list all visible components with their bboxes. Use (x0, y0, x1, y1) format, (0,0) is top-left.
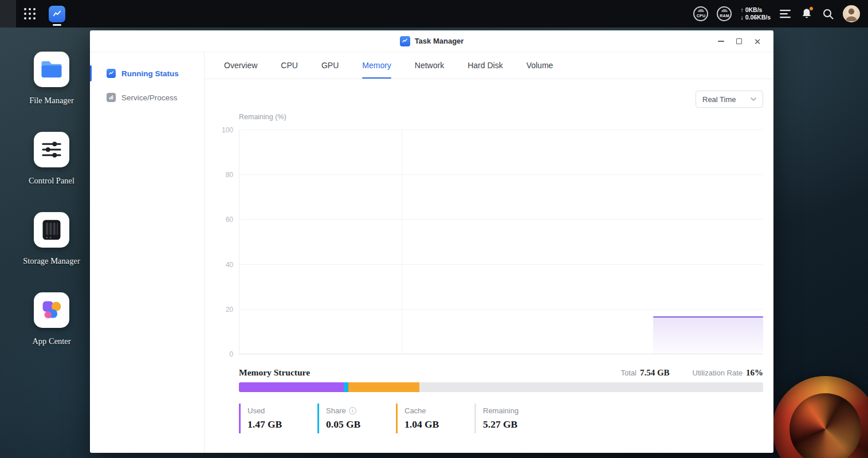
y-tick-label: 20 (216, 306, 233, 314)
window-titlebar: Task Manager ✕ (90, 30, 773, 52)
window-body: Running Status Service/Process Overview … (90, 52, 773, 453)
legend-label: Remaining (483, 407, 553, 414)
desktop-icon-label: App Center (32, 336, 70, 346)
bar-segment-cache (348, 382, 419, 392)
topbar-right-cluster: CPU RAM ↑ 0KB/s ↓ 0.06KB/s (693, 5, 868, 22)
notification-badge-dot (809, 6, 814, 11)
network-speed-indicator: ↑ 0KB/s ↓ 0.06KB/s (740, 6, 771, 21)
legend-label: Used (248, 407, 317, 414)
chart-gridline (239, 219, 763, 220)
apps-grid-icon[interactable] (16, 0, 44, 28)
desktop-icon-storage-manager[interactable]: Storage Manager (23, 212, 80, 292)
legend-value: 1.04 GB (404, 420, 474, 430)
active-sidebar-indicator (90, 65, 92, 81)
utilization-rate-value: 16% (746, 368, 763, 378)
sidebar-item-label: Running Status (121, 69, 179, 78)
cpu-gauge: CPU (693, 6, 708, 21)
tab-gpu[interactable]: GPU (321, 52, 339, 79)
legend-value: 5.27 GB (483, 420, 553, 430)
desktop-icon-app-center[interactable]: App Center (23, 292, 80, 373)
bar-segment-share (344, 382, 348, 392)
window-controls: ✕ (712, 30, 767, 52)
file-manager-icon (34, 52, 69, 87)
legend-item-remaining: Remaining 5.27 GB (474, 404, 553, 433)
download-speed: ↓ 0.06KB/s (740, 14, 771, 21)
window-title-group: Task Manager (400, 36, 464, 46)
desktop-screen: { "topbar": { "cpu_label": "CPU", "ram_l… (0, 0, 868, 458)
sidebar-item-service-process[interactable]: Service/Process (90, 85, 204, 109)
legend-value: 1.47 GB (248, 420, 317, 430)
legend-label: Cache (404, 407, 474, 414)
minimize-button[interactable] (712, 30, 730, 52)
close-button[interactable]: ✕ (748, 30, 767, 52)
utilization-rate-label: Utilization Rate (693, 369, 743, 377)
bar-segment-remaining (419, 382, 763, 392)
minimize-icon (718, 41, 724, 42)
desktop-icon-label: Control Panel (29, 176, 74, 186)
legend-label: Share i (326, 407, 396, 414)
topbar-corner (0, 0, 16, 28)
ram-gauge: RAM (717, 6, 732, 21)
chart-gridline (239, 354, 763, 354)
y-tick-label: 0 (216, 350, 233, 358)
series-area-fill (653, 318, 763, 354)
tab-network[interactable]: Network (415, 52, 444, 79)
taskbar-app-task-manager[interactable] (44, 0, 70, 28)
task-manager-window: Task Manager ✕ Running Status (90, 30, 773, 453)
tabs-bar: Overview CPU GPU Memory Network Hard Dis… (205, 52, 773, 79)
chevron-down-icon (751, 97, 756, 101)
desktop-icon-column: File Manager Control Panel (23, 52, 80, 373)
notification-bell-icon[interactable] (800, 7, 813, 20)
sidebar-item-running-status[interactable]: Running Status (90, 61, 204, 85)
search-icon[interactable] (822, 7, 834, 20)
close-icon: ✕ (754, 37, 761, 46)
y-tick-label: 40 (216, 261, 233, 269)
memory-structure-header: Memory Structure Total 7.54 GB Utilizati… (239, 367, 763, 378)
memory-structure-title: Memory Structure (239, 367, 310, 378)
window-main: Overview CPU GPU Memory Network Hard Dis… (205, 52, 773, 453)
memory-legend: Used 1.47 GB Share i 0.05 GB Cache (239, 404, 553, 433)
bar-segment-used (239, 382, 344, 392)
memory-chart-plot: 020406080100 (239, 130, 763, 354)
tab-memory[interactable]: Memory (362, 52, 391, 79)
desktop-icon-label: File Manager (29, 96, 74, 105)
sidebar-indicator (90, 89, 92, 105)
share-info-icon[interactable]: i (349, 407, 356, 414)
y-tick-label: 80 (216, 171, 233, 179)
storage-manager-icon (34, 212, 69, 248)
user-avatar[interactable] (843, 5, 860, 22)
window-title: Task Manager (415, 37, 464, 45)
legend-item-used: Used 1.47 GB (239, 404, 317, 433)
task-manager-app-icon (49, 6, 65, 22)
memory-structure-stats: Total 7.54 GB Utilization Rate 16% (620, 368, 763, 378)
desktop-icon-label: Storage Manager (23, 256, 80, 266)
tab-hard-disk[interactable]: Hard Disk (468, 52, 502, 79)
cpu-gauge-label: CPU (697, 14, 705, 20)
chart-gridline (239, 130, 763, 130)
time-range-dropdown[interactable]: Real Time (696, 91, 763, 108)
total-label: Total (620, 369, 636, 377)
desktop-icon-file-manager[interactable]: File Manager (23, 52, 80, 132)
desktop-icon-control-panel[interactable]: Control Panel (23, 132, 80, 212)
total-value: 7.54 GB (640, 368, 670, 378)
task-list-icon[interactable] (779, 7, 792, 20)
maximize-icon (736, 38, 742, 44)
chart-left-axis-line (239, 130, 239, 354)
tab-overview[interactable]: Overview (224, 52, 257, 79)
chart-gridline (239, 174, 763, 175)
grid-dots-glyph (24, 8, 36, 19)
topbar: CPU RAM ↑ 0KB/s ↓ 0.06KB/s (0, 0, 868, 28)
y-tick-label: 60 (216, 216, 233, 224)
tab-cpu[interactable]: CPU (281, 52, 298, 79)
control-panel-icon (34, 132, 69, 167)
maximize-button[interactable] (730, 30, 748, 52)
memory-tab-content: Real Time Remaining (%) 020406080100 Mem… (205, 79, 773, 453)
legend-value: 0.05 GB (326, 420, 396, 430)
active-app-indicator (53, 24, 61, 26)
window-sidebar: Running Status Service/Process (90, 52, 205, 453)
service-process-icon (107, 93, 116, 102)
sidebar-item-label: Service/Process (121, 93, 178, 102)
chart-vertical-gridline (402, 130, 402, 354)
tab-volume[interactable]: Volume (527, 52, 553, 79)
ram-gauge-label: RAM (720, 14, 729, 20)
